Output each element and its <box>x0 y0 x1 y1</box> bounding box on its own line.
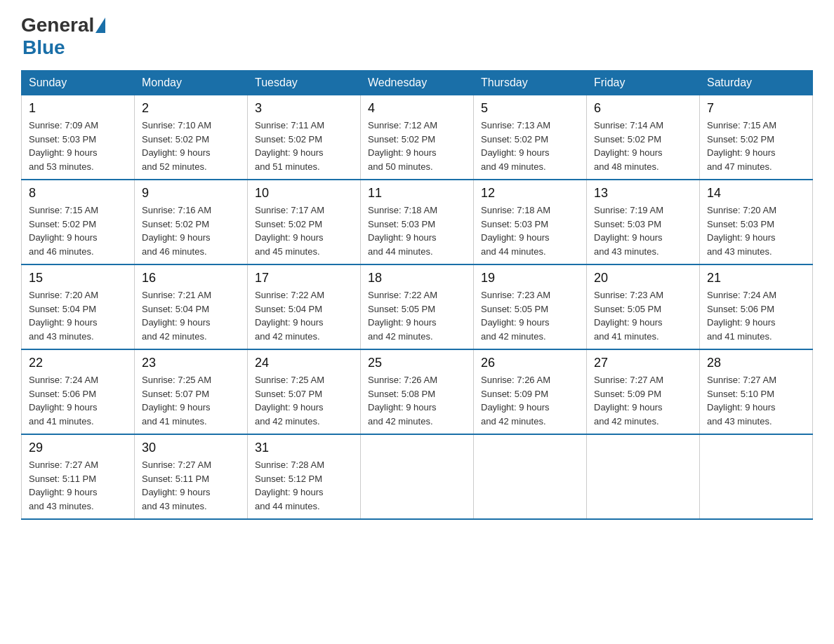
day-info: Sunrise: 7:28 AMSunset: 5:12 PMDaylight:… <box>255 458 353 513</box>
day-info: Sunrise: 7:18 AMSunset: 5:03 PMDaylight:… <box>481 203 579 258</box>
calendar-header-row: SundayMondayTuesdayWednesdayThursdayFrid… <box>22 71 813 95</box>
day-number: 12 <box>481 186 579 201</box>
page-header: General Blue <box>21 14 813 59</box>
day-number: 21 <box>707 271 805 286</box>
calendar-cell: 25Sunrise: 7:26 AMSunset: 5:08 PMDayligh… <box>361 349 474 434</box>
day-info: Sunrise: 7:20 AMSunset: 5:03 PMDaylight:… <box>707 203 805 258</box>
day-number: 31 <box>255 441 353 455</box>
day-number: 19 <box>481 271 579 286</box>
calendar-cell: 14Sunrise: 7:20 AMSunset: 5:03 PMDayligh… <box>700 180 813 264</box>
calendar-week-row: 29Sunrise: 7:27 AMSunset: 5:11 PMDayligh… <box>22 434 813 519</box>
logo-blue-text: Blue <box>22 36 65 59</box>
day-number: 28 <box>707 356 805 370</box>
calendar-cell: 15Sunrise: 7:20 AMSunset: 5:04 PMDayligh… <box>22 264 135 349</box>
calendar-cell: 27Sunrise: 7:27 AMSunset: 5:09 PMDayligh… <box>587 349 700 434</box>
day-number: 27 <box>594 356 692 370</box>
calendar-cell: 31Sunrise: 7:28 AMSunset: 5:12 PMDayligh… <box>248 434 361 519</box>
day-info: Sunrise: 7:13 AMSunset: 5:02 PMDaylight:… <box>481 119 579 173</box>
day-info: Sunrise: 7:14 AMSunset: 5:02 PMDaylight:… <box>594 119 692 173</box>
day-info: Sunrise: 7:25 AMSunset: 5:07 PMDaylight:… <box>255 373 353 428</box>
day-number: 15 <box>29 271 127 286</box>
calendar-week-row: 15Sunrise: 7:20 AMSunset: 5:04 PMDayligh… <box>22 264 813 349</box>
header-saturday: Saturday <box>700 71 813 95</box>
calendar-cell: 7Sunrise: 7:15 AMSunset: 5:02 PMDaylight… <box>700 95 813 180</box>
day-info: Sunrise: 7:09 AMSunset: 5:03 PMDaylight:… <box>29 119 127 173</box>
day-info: Sunrise: 7:24 AMSunset: 5:06 PMDaylight:… <box>707 288 805 343</box>
calendar-cell: 1Sunrise: 7:09 AMSunset: 5:03 PMDaylight… <box>22 95 135 180</box>
day-number: 14 <box>707 186 805 201</box>
day-info: Sunrise: 7:22 AMSunset: 5:05 PMDaylight:… <box>368 288 466 343</box>
day-number: 25 <box>368 356 466 370</box>
calendar-cell <box>700 434 813 519</box>
calendar-cell: 4Sunrise: 7:12 AMSunset: 5:02 PMDaylight… <box>361 95 474 180</box>
day-info: Sunrise: 7:11 AMSunset: 5:02 PMDaylight:… <box>255 119 353 173</box>
header-thursday: Thursday <box>474 71 587 95</box>
day-info: Sunrise: 7:27 AMSunset: 5:10 PMDaylight:… <box>707 373 805 428</box>
day-info: Sunrise: 7:22 AMSunset: 5:04 PMDaylight:… <box>255 288 353 343</box>
day-number: 3 <box>255 101 353 116</box>
calendar-cell: 24Sunrise: 7:25 AMSunset: 5:07 PMDayligh… <box>248 349 361 434</box>
calendar-cell: 5Sunrise: 7:13 AMSunset: 5:02 PMDaylight… <box>474 95 587 180</box>
calendar-cell: 17Sunrise: 7:22 AMSunset: 5:04 PMDayligh… <box>248 264 361 349</box>
calendar-cell: 2Sunrise: 7:10 AMSunset: 5:02 PMDaylight… <box>135 95 248 180</box>
calendar-cell: 16Sunrise: 7:21 AMSunset: 5:04 PMDayligh… <box>135 264 248 349</box>
day-info: Sunrise: 7:23 AMSunset: 5:05 PMDaylight:… <box>481 288 579 343</box>
calendar-cell: 26Sunrise: 7:26 AMSunset: 5:09 PMDayligh… <box>474 349 587 434</box>
day-info: Sunrise: 7:10 AMSunset: 5:02 PMDaylight:… <box>142 119 240 173</box>
calendar-week-row: 1Sunrise: 7:09 AMSunset: 5:03 PMDaylight… <box>22 95 813 180</box>
day-info: Sunrise: 7:23 AMSunset: 5:05 PMDaylight:… <box>594 288 692 343</box>
day-info: Sunrise: 7:27 AMSunset: 5:09 PMDaylight:… <box>594 373 692 428</box>
logo: General Blue <box>21 14 105 59</box>
day-info: Sunrise: 7:25 AMSunset: 5:07 PMDaylight:… <box>142 373 240 428</box>
day-info: Sunrise: 7:21 AMSunset: 5:04 PMDaylight:… <box>142 288 240 343</box>
day-number: 23 <box>142 356 240 370</box>
calendar-cell: 30Sunrise: 7:27 AMSunset: 5:11 PMDayligh… <box>135 434 248 519</box>
calendar-cell: 6Sunrise: 7:14 AMSunset: 5:02 PMDaylight… <box>587 95 700 180</box>
day-number: 20 <box>594 271 692 286</box>
calendar-cell: 3Sunrise: 7:11 AMSunset: 5:02 PMDaylight… <box>248 95 361 180</box>
calendar-cell <box>474 434 587 519</box>
calendar-cell <box>361 434 474 519</box>
calendar-week-row: 8Sunrise: 7:15 AMSunset: 5:02 PMDaylight… <box>22 180 813 264</box>
day-number: 30 <box>142 441 240 455</box>
day-info: Sunrise: 7:15 AMSunset: 5:02 PMDaylight:… <box>29 203 127 258</box>
header-monday: Monday <box>135 71 248 95</box>
day-number: 24 <box>255 356 353 370</box>
day-number: 5 <box>481 101 579 116</box>
calendar-cell: 21Sunrise: 7:24 AMSunset: 5:06 PMDayligh… <box>700 264 813 349</box>
calendar-table: SundayMondayTuesdayWednesdayThursdayFrid… <box>21 70 813 520</box>
day-number: 13 <box>594 186 692 201</box>
day-info: Sunrise: 7:15 AMSunset: 5:02 PMDaylight:… <box>707 119 805 173</box>
logo-general-text: General <box>21 14 94 36</box>
day-info: Sunrise: 7:20 AMSunset: 5:04 PMDaylight:… <box>29 288 127 343</box>
calendar-cell: 19Sunrise: 7:23 AMSunset: 5:05 PMDayligh… <box>474 264 587 349</box>
header-wednesday: Wednesday <box>361 71 474 95</box>
calendar-cell: 13Sunrise: 7:19 AMSunset: 5:03 PMDayligh… <box>587 180 700 264</box>
calendar-cell: 28Sunrise: 7:27 AMSunset: 5:10 PMDayligh… <box>700 349 813 434</box>
day-number: 22 <box>29 356 127 370</box>
day-info: Sunrise: 7:17 AMSunset: 5:02 PMDaylight:… <box>255 203 353 258</box>
day-number: 8 <box>29 186 127 201</box>
day-info: Sunrise: 7:16 AMSunset: 5:02 PMDaylight:… <box>142 203 240 258</box>
calendar-cell: 20Sunrise: 7:23 AMSunset: 5:05 PMDayligh… <box>587 264 700 349</box>
day-number: 9 <box>142 186 240 201</box>
day-info: Sunrise: 7:18 AMSunset: 5:03 PMDaylight:… <box>368 203 466 258</box>
day-number: 2 <box>142 101 240 116</box>
day-number: 17 <box>255 271 353 286</box>
day-number: 1 <box>29 101 127 116</box>
day-info: Sunrise: 7:27 AMSunset: 5:11 PMDaylight:… <box>29 458 127 513</box>
day-info: Sunrise: 7:24 AMSunset: 5:06 PMDaylight:… <box>29 373 127 428</box>
header-tuesday: Tuesday <box>248 71 361 95</box>
header-sunday: Sunday <box>22 71 135 95</box>
day-number: 7 <box>707 101 805 116</box>
calendar-cell: 29Sunrise: 7:27 AMSunset: 5:11 PMDayligh… <box>22 434 135 519</box>
day-info: Sunrise: 7:19 AMSunset: 5:03 PMDaylight:… <box>594 203 692 258</box>
day-info: Sunrise: 7:26 AMSunset: 5:09 PMDaylight:… <box>481 373 579 428</box>
day-number: 29 <box>29 441 127 455</box>
calendar-cell: 22Sunrise: 7:24 AMSunset: 5:06 PMDayligh… <box>22 349 135 434</box>
calendar-cell: 8Sunrise: 7:15 AMSunset: 5:02 PMDaylight… <box>22 180 135 264</box>
day-number: 11 <box>368 186 466 201</box>
day-number: 6 <box>594 101 692 116</box>
day-number: 4 <box>368 101 466 116</box>
calendar-week-row: 22Sunrise: 7:24 AMSunset: 5:06 PMDayligh… <box>22 349 813 434</box>
